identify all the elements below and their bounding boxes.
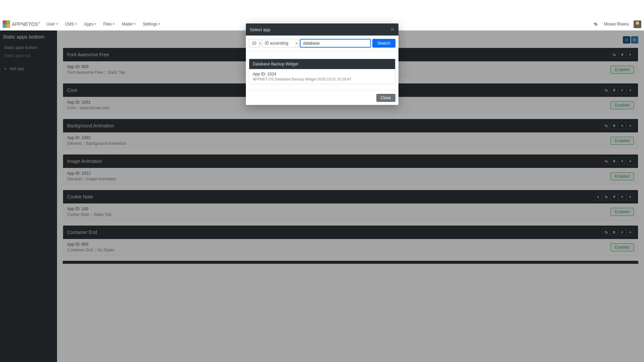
modal-overlay[interactable]: Select app ✕ 10 ▾ ID ascending ▾ Search — [0, 31, 644, 362]
nav-item-cms[interactable]: CMS — [62, 20, 80, 28]
close-icon: ✕ — [390, 27, 394, 32]
caret-down-icon — [113, 23, 115, 25]
user-menu[interactable]: Moses Rivera — [603, 20, 631, 28]
caret-down-icon — [56, 23, 58, 25]
caret-down-icon: ▾ — [259, 39, 261, 47]
sort-select[interactable]: ID ascending ▾ — [262, 39, 299, 48]
logo[interactable]: APPNETOS® — [3, 20, 40, 28]
modal-footer: Close — [246, 91, 398, 105]
caret-down-icon: ▾ — [295, 39, 298, 47]
gear-icon — [594, 22, 598, 26]
nav-item-settings[interactable]: Settings — [140, 20, 163, 28]
close-button[interactable]: Close — [376, 94, 395, 102]
search-button[interactable]: Search — [372, 39, 395, 48]
nav-item-user[interactable]: User — [44, 20, 61, 28]
modal-header: Select app ✕ — [246, 23, 398, 36]
search-input[interactable] — [300, 39, 371, 48]
result-id: App ID: 1024 — [253, 72, 391, 76]
nav-items: UserCMSAppsFilesMailerSettings — [44, 20, 164, 28]
result-title[interactable]: Database Backup Widget — [249, 59, 395, 69]
avatar[interactable] — [634, 20, 641, 28]
logo-icon — [3, 20, 10, 28]
caret-down-icon — [75, 23, 77, 25]
modal-close-button[interactable]: ✕ — [390, 27, 394, 32]
nav-item-apps[interactable]: Apps — [81, 20, 99, 28]
result-card: Database Backup Widget App ID: 1024 APPN… — [249, 59, 395, 84]
select-app-modal: Select app ✕ 10 ▾ ID ascending ▾ Search — [246, 23, 398, 105]
caret-down-icon — [158, 23, 160, 25]
caret-down-icon — [94, 23, 96, 25]
count-select[interactable]: 10 ▾ — [249, 39, 261, 48]
nav-item-files[interactable]: Files — [100, 20, 118, 28]
modal-search-row: 10 ▾ ID ascending ▾ Search — [246, 36, 398, 51]
nav-item-mailer[interactable]: Mailer — [119, 20, 139, 28]
result-desc: APPNET OS Database Backup Widget 2020.10… — [253, 77, 391, 81]
settings-gear-button[interactable] — [592, 21, 600, 27]
modal-title: Select app — [250, 27, 270, 32]
modal-body: Database Backup Widget App ID: 1024 APPN… — [246, 51, 398, 91]
caret-down-icon — [134, 23, 136, 25]
